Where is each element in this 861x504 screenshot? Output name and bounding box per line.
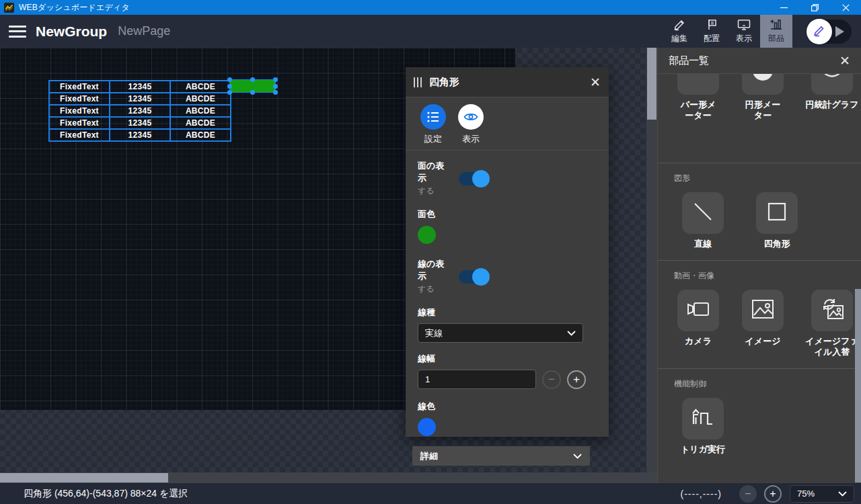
table-row[interactable]: FixedText12345ABCDE <box>49 105 231 117</box>
detail-label: 詳細 <box>420 450 438 462</box>
dialog-title: 四角形 <box>429 76 459 89</box>
line-type-value: 実線 <box>425 327 443 339</box>
eye-icon <box>458 104 484 130</box>
zoom-in-button[interactable]: + <box>764 485 782 503</box>
table-row[interactable]: FixedText12345ABCDE <box>49 81 231 93</box>
chevron-down-icon <box>838 489 847 499</box>
tile-circle-meter[interactable] <box>742 74 784 95</box>
selection-handle[interactable] <box>227 84 232 89</box>
fixed-text-table[interactable]: FixedText12345ABCDE FixedText12345ABCDE … <box>48 80 231 142</box>
vertical-scrollbar-thumb[interactable] <box>647 48 657 120</box>
tile-image-swap[interactable] <box>811 290 853 331</box>
line-type-label: 線種 <box>418 306 594 319</box>
parts-chart-icon <box>770 18 783 31</box>
tile-trigger[interactable] <box>682 398 724 439</box>
status-bar: 四角形 (456,64)-(543,87) 88×24 を選択 (----,--… <box>0 483 861 504</box>
window-title: WEBダッシュボードエディタ <box>19 2 130 13</box>
line-type-select[interactable]: 実線 <box>418 323 583 343</box>
table-row[interactable]: FixedText12345ABCDE <box>49 117 231 129</box>
selected-rectangle[interactable] <box>230 80 275 92</box>
title-bar: WEBダッシュボードエディタ <box>0 0 861 15</box>
tile-circle-meter-label: 円形メーター <box>741 99 784 122</box>
line-width-decrease-button[interactable]: − <box>542 370 561 389</box>
page-name: NewPage <box>118 24 170 38</box>
parts-list-panel: 部品一覧 ✕ バー形メーター 円形メーター 円統計グラフ 図形 <box>657 48 861 483</box>
rectangle-icon <box>765 200 788 226</box>
layout-icon <box>706 18 718 31</box>
tab-display[interactable]: 表示 <box>458 104 484 150</box>
section-media-label: 動画・画像 <box>658 261 861 282</box>
line-show-toggle[interactable] <box>459 268 490 286</box>
parts-tool-button[interactable]: 部品 <box>760 15 792 48</box>
tile-line-label: 直線 <box>694 239 712 249</box>
tab-settings-label: 設定 <box>424 133 442 145</box>
zoom-out-button[interactable]: − <box>739 485 757 503</box>
view-tool-label: 表示 <box>736 33 752 44</box>
selection-handle[interactable] <box>273 90 278 95</box>
camera-icon <box>686 301 710 320</box>
settings-list-icon <box>420 104 446 130</box>
trigger-icon <box>691 408 714 429</box>
circle-meter-icon <box>752 74 774 86</box>
ring-chart-icon <box>821 74 844 86</box>
selection-handle[interactable] <box>273 84 278 89</box>
selection-handle[interactable] <box>250 77 255 82</box>
selection-status-text: 四角形 (456,64)-(543,87) 88×24 を選択 <box>24 488 188 500</box>
layout-tool-label: 配置 <box>704 33 720 44</box>
canvas-horizontal-scrollbar[interactable] <box>0 472 657 483</box>
line-color-swatch[interactable] <box>418 418 436 436</box>
parts-panel-title: 部品一覧 <box>669 54 709 67</box>
tile-rectangle-label: 四角形 <box>764 239 790 249</box>
line-icon <box>691 200 714 226</box>
edit-mode-knob <box>807 19 832 44</box>
parts-panel-close-icon[interactable]: ✕ <box>839 54 850 67</box>
edit-tool-button[interactable]: 編集 <box>663 15 696 48</box>
view-tool-button[interactable]: 表示 <box>728 15 760 48</box>
edit-tool-label: 編集 <box>671 33 687 44</box>
horizontal-scrollbar-thumb[interactable] <box>0 473 168 482</box>
drag-grip-icon[interactable] <box>414 77 422 87</box>
line-width-input[interactable] <box>418 370 536 389</box>
tab-settings[interactable]: 設定 <box>420 104 446 150</box>
group-name: NewGroup <box>36 24 107 40</box>
zoom-level-select[interactable]: 75% <box>790 485 854 503</box>
tile-image-label: イメージ <box>745 336 781 347</box>
edit-run-mode-toggle[interactable] <box>807 19 852 44</box>
section-shapes-label: 図形 <box>658 163 861 184</box>
fill-color-swatch[interactable] <box>418 226 436 244</box>
table-row[interactable]: FixedText12345ABCDE <box>49 129 231 141</box>
dialog-close-icon[interactable]: ✕ <box>590 76 601 89</box>
selection-handle[interactable] <box>273 77 278 82</box>
tile-ring-chart-label: 円統計グラフ <box>802 99 861 110</box>
tile-rectangle[interactable] <box>756 192 798 234</box>
tile-image-swap-label: イメージファイル入替 <box>801 336 861 358</box>
image-icon <box>751 299 774 322</box>
selection-handle[interactable] <box>250 90 255 95</box>
shape-property-dialog: 四角形 ✕ 設定 表示 面の表示 する <box>406 67 609 437</box>
dialog-header[interactable]: 四角形 ✕ <box>406 67 609 97</box>
restore-button[interactable] <box>799 0 830 15</box>
tile-camera[interactable] <box>677 290 719 331</box>
chevron-down-icon <box>573 451 582 461</box>
minimize-button[interactable] <box>768 0 799 15</box>
tab-display-label: 表示 <box>462 133 480 145</box>
table-row[interactable]: FixedText12345ABCDE <box>49 93 231 105</box>
tile-bar-meter[interactable] <box>677 74 719 95</box>
edit-pencil-icon <box>813 24 826 40</box>
fill-show-toggle[interactable] <box>459 170 490 187</box>
close-button[interactable] <box>830 0 861 15</box>
layout-tool-button[interactable]: 配置 <box>696 15 728 48</box>
menu-icon[interactable] <box>9 24 26 39</box>
tile-ring-chart[interactable] <box>811 74 853 95</box>
tile-image[interactable] <box>742 290 784 331</box>
panel-scrollbar-thumb[interactable] <box>855 289 861 482</box>
tile-bar-meter-label: バー形メーター <box>677 99 720 122</box>
tile-line[interactable] <box>682 192 724 234</box>
canvas-vertical-scrollbar[interactable] <box>646 48 657 472</box>
detail-expander[interactable]: 詳細 <box>412 446 590 466</box>
app-logo-icon <box>4 3 14 13</box>
selection-handle[interactable] <box>227 90 232 95</box>
line-width-increase-button[interactable]: + <box>567 370 586 389</box>
selection-handle[interactable] <box>227 77 232 82</box>
fill-show-value: する <box>418 185 450 197</box>
